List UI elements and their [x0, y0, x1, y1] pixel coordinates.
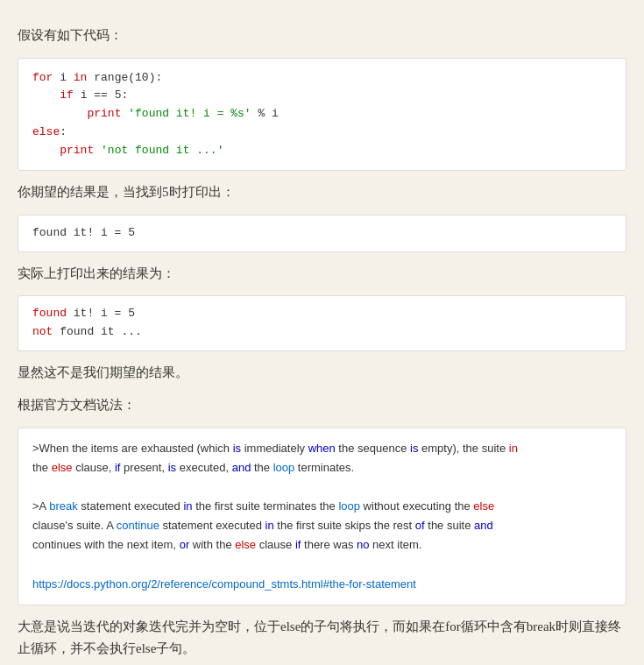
- actual-text: 实际上打印出来的结果为：: [18, 263, 626, 286]
- code-block-1: for i in range(10): if i == 5: print 'fo…: [18, 58, 626, 172]
- intro-text: 假设有如下代码：: [18, 25, 626, 47]
- expected-text: 你期望的结果是，当找到5时打印出：: [18, 181, 626, 204]
- output-block-2: found it! i = 5 not found it ...: [18, 295, 626, 351]
- quote-block: >When the items are exhausted (which is …: [18, 428, 626, 605]
- output-block-1: found it! i = 5: [18, 215, 626, 252]
- obvious-text: 显然这不是我们期望的结果。: [18, 362, 626, 385]
- doc-link[interactable]: https://docs.python.org/2/reference/comp…: [32, 577, 416, 591]
- summary-text: 大意是说当迭代的对象迭代完并为空时，位于else的子句将执行，而如果在for循环…: [18, 616, 626, 661]
- doc-text: 根据官方文档说法：: [18, 394, 626, 417]
